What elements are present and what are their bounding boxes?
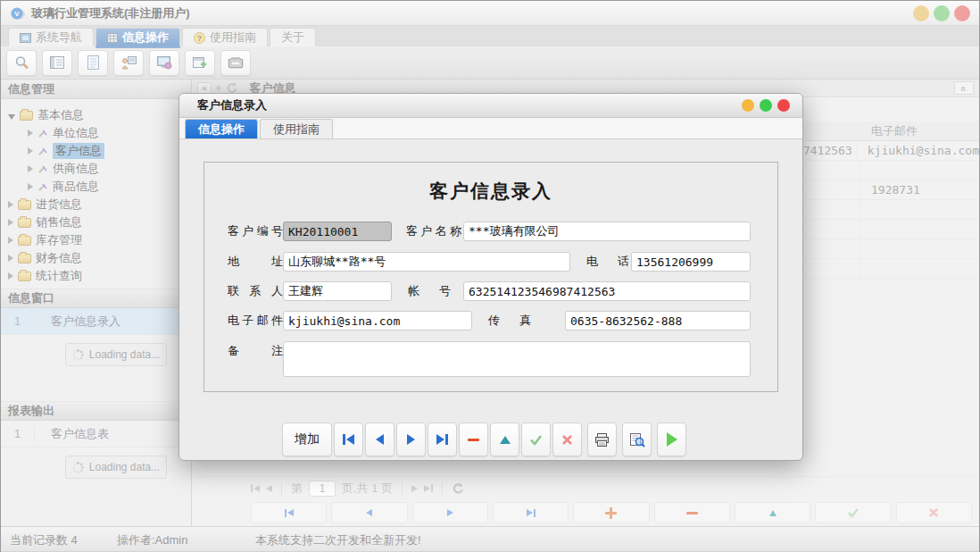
run-button[interactable] [657, 422, 686, 456]
collapsed-arrow-icon[interactable] [8, 255, 13, 262]
page-prefix-label: 第 [291, 481, 303, 497]
collapsed-arrow-icon[interactable] [28, 165, 33, 172]
maximize-button[interactable] [934, 5, 950, 21]
tree-item-unit-info[interactable]: 单位信息 [1, 124, 191, 142]
delete-button[interactable] [459, 422, 488, 456]
dialog-tab-user-guide[interactable]: 使用指南 [260, 119, 333, 138]
delete-record-button[interactable] [654, 502, 730, 523]
cell-email: 1928731 [860, 180, 979, 199]
page-total-label: 页,共 1 页 [342, 481, 393, 497]
collapsed-arrow-icon[interactable] [28, 147, 33, 155]
tree-item-supplier-info[interactable]: 供商信息 [1, 160, 191, 178]
edit-button[interactable] [490, 422, 519, 456]
prev-page-button[interactable] [266, 485, 272, 492]
sidebar-header-label: 报表输出 [8, 403, 54, 419]
collapse-panel-button[interactable]: « [954, 81, 974, 95]
refresh-grid-icon[interactable] [452, 482, 464, 495]
sidebar-header-label: 信息管理 [8, 81, 54, 97]
first-page-button[interactable] [251, 484, 260, 492]
tree-item-stats-query[interactable]: 统计查询 [1, 267, 191, 285]
dialog-title: 客户信息录入 [197, 97, 267, 113]
cancel-record-button[interactable] [896, 502, 972, 523]
dialog-tab-info-operations[interactable]: 信息操作 [185, 119, 258, 138]
remark-field[interactable] [283, 341, 751, 377]
minimize-button[interactable] [913, 5, 929, 21]
report-output-row[interactable]: 1 客户信息表 [1, 421, 191, 447]
table-header-email[interactable]: 电子邮件 [860, 121, 979, 140]
collapsed-arrow-icon[interactable] [8, 237, 13, 244]
next-button[interactable] [396, 422, 426, 456]
fax-field[interactable] [565, 311, 751, 330]
first-button[interactable] [334, 422, 363, 456]
print-button[interactable] [587, 422, 617, 456]
info-window-row[interactable]: 1 客户信息录入 [1, 308, 191, 335]
triangle-up-icon [500, 436, 511, 444]
new-window-button[interactable] [185, 50, 215, 76]
tree-label: 供商信息 [53, 161, 99, 177]
tab-user-guide[interactable]: ? 使用指南 [182, 28, 268, 46]
save-record-button[interactable] [815, 502, 891, 523]
collapsed-arrow-icon[interactable] [8, 201, 13, 208]
check-icon [529, 434, 543, 446]
report-list-button[interactable] [42, 50, 72, 76]
account-field[interactable] [463, 281, 751, 301]
add-button[interactable]: 增加 [282, 422, 332, 456]
page-number-input[interactable] [309, 481, 336, 497]
expanded-arrow-icon[interactable] [8, 114, 15, 120]
question-icon: ? [194, 32, 205, 44]
tab-label: 信息操作 [122, 29, 169, 46]
dialog-maximize-button[interactable] [760, 99, 772, 112]
folder-icon [18, 218, 31, 228]
collapsed-arrow-icon[interactable] [28, 183, 33, 190]
edit-record-button[interactable] [735, 502, 810, 523]
cancel-button[interactable] [552, 422, 582, 456]
email-field[interactable] [283, 311, 472, 330]
last-button[interactable] [428, 422, 457, 456]
first-record-button[interactable] [251, 502, 327, 523]
contact-field[interactable] [283, 281, 392, 301]
customer-id-field[interactable] [283, 222, 392, 241]
preview-button[interactable] [622, 422, 652, 456]
loading-button[interactable]: Loading data... [65, 456, 167, 479]
address-field[interactable] [283, 252, 570, 272]
prev-button[interactable] [365, 422, 394, 456]
phone-field[interactable] [631, 252, 751, 272]
tab-about[interactable]: 关于 [270, 28, 316, 46]
operator-button[interactable] [113, 50, 144, 76]
next-page-button[interactable] [411, 485, 418, 492]
dialog-minimize-button[interactable] [742, 99, 754, 112]
tool-icon [37, 128, 48, 138]
prev-record-button[interactable] [331, 502, 407, 523]
customer-name-field[interactable] [463, 222, 751, 241]
last-record-button[interactable] [493, 502, 569, 523]
tree-item-product-info[interactable]: 商品信息 [1, 178, 191, 196]
tree-item-basic-info[interactable]: 基本信息 [1, 106, 191, 124]
last-page-button[interactable] [424, 484, 433, 492]
close-button[interactable] [954, 5, 970, 21]
loading-button[interactable]: Loading data... [65, 343, 167, 366]
collapsed-arrow-icon[interactable] [28, 130, 33, 137]
tree-item-sales-info[interactable]: 销售信息 [1, 213, 191, 231]
confirm-button[interactable] [521, 422, 551, 456]
tree-item-purchase-info[interactable]: 进货信息 [1, 196, 191, 213]
monitor-button[interactable] [149, 50, 179, 76]
folder-icon [20, 111, 33, 121]
collapsed-arrow-icon[interactable] [8, 219, 13, 226]
monitor-globe-icon [156, 55, 172, 70]
document-button[interactable] [78, 50, 108, 76]
tree-item-finance-info[interactable]: 财务信息 [1, 249, 191, 267]
tab-system-nav[interactable]: 系统导航 [8, 28, 94, 46]
pagination-bar: 第 页,共 1 页 [192, 476, 979, 499]
search-button[interactable] [6, 50, 37, 76]
window-add-icon [193, 55, 207, 70]
collapsed-arrow-icon[interactable] [8, 272, 13, 280]
tree-item-customer-info[interactable]: 客户信息 [1, 142, 191, 160]
add-record-button[interactable] [573, 502, 649, 523]
dialog-close-button[interactable] [777, 99, 790, 112]
tree-item-inventory-mgmt[interactable]: 库存管理 [1, 231, 191, 249]
next-record-button[interactable] [412, 502, 488, 523]
tab-info-operations[interactable]: 信息操作 [96, 28, 180, 46]
loading-label: Loading data... [89, 348, 160, 361]
tree-label: 商品信息 [53, 179, 99, 195]
export-button[interactable] [220, 50, 251, 76]
